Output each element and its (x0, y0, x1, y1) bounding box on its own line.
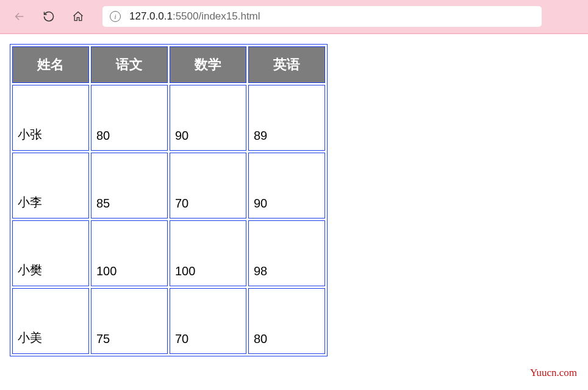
table-header-row: 姓名 语文 数学 英语 (12, 46, 325, 83)
cell-english: 80 (248, 288, 325, 354)
home-icon (72, 10, 84, 23)
cell-math: 90 (170, 85, 246, 151)
col-english: 英语 (248, 46, 325, 83)
cell-math: 70 (170, 153, 246, 218)
cell-math: 70 (170, 288, 246, 354)
cell-name: 小李 (12, 153, 89, 218)
home-button[interactable] (66, 4, 90, 29)
cell-chinese: 85 (91, 153, 168, 218)
back-button[interactable] (7, 4, 32, 29)
table-row: 小李 85 70 90 (12, 153, 325, 218)
col-chinese: 语文 (91, 46, 168, 83)
col-math: 数学 (170, 46, 246, 83)
table-row: 小张 80 90 89 (12, 85, 325, 151)
cell-name: 小张 (12, 85, 89, 151)
reload-icon (43, 10, 55, 23)
cell-chinese: 75 (91, 288, 168, 354)
cell-chinese: 100 (91, 220, 168, 286)
grades-table: 姓名 语文 数学 英语 小张 80 90 89 小李 85 70 90 小樊 1… (10, 44, 328, 356)
reload-button[interactable] (37, 4, 61, 29)
cell-chinese: 80 (91, 85, 168, 151)
cell-name: 小美 (12, 288, 89, 354)
browser-toolbar: i 127.0.0.1:5500/index15.html (0, 0, 588, 34)
cell-english: 90 (248, 153, 325, 218)
table-row: 小樊 100 100 98 (12, 220, 325, 286)
cell-english: 89 (248, 85, 325, 151)
table-row: 小美 75 70 80 (12, 288, 325, 354)
cell-english: 98 (248, 220, 325, 286)
col-name: 姓名 (12, 46, 89, 83)
site-info-icon[interactable]: i (110, 11, 121, 22)
url-text: 127.0.0.1:5500/index15.html (129, 10, 260, 23)
page-content: 姓名 语文 数学 英语 小张 80 90 89 小李 85 70 90 小樊 1… (0, 34, 588, 366)
cell-name: 小樊 (12, 220, 89, 286)
arrow-left-icon (13, 10, 26, 23)
watermark: Yuucn.com (530, 367, 577, 379)
cell-math: 100 (170, 220, 246, 286)
address-bar[interactable]: i 127.0.0.1:5500/index15.html (102, 6, 542, 27)
